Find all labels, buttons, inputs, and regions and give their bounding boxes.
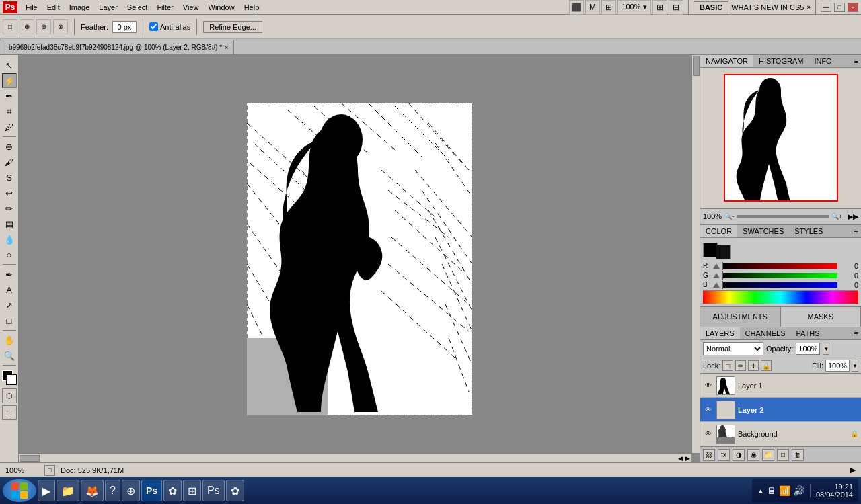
background-color-picker[interactable]	[716, 245, 731, 259]
tab-histogram[interactable]: HISTOGRAM	[753, 55, 809, 67]
status-zoom-icon[interactable]: □	[44, 465, 55, 476]
refine-edge-button[interactable]: Refine Edge...	[203, 21, 262, 33]
tab-masks[interactable]: MASKS	[781, 307, 862, 327]
anti-alias-checkbox[interactable]	[149, 22, 158, 31]
anti-alias-checkbox-group[interactable]: Anti-alias	[149, 22, 190, 31]
menu-layer[interactable]: Layer	[95, 2, 122, 13]
blue-triangle-icon[interactable]	[713, 282, 720, 288]
tab-channels[interactable]: CHANNELS	[740, 327, 791, 339]
zoom-out-icon[interactable]: 🔍-	[724, 213, 734, 220]
path-select-tool[interactable]: ↗	[2, 298, 17, 312]
menu-window[interactable]: Window	[204, 2, 239, 13]
lock-pixels-icon[interactable]: □	[722, 360, 733, 371]
menu-select[interactable]: Select	[123, 2, 152, 13]
arrange-documents[interactable]: ⊞	[601, 0, 616, 15]
lock-move-icon[interactable]: ✛	[748, 360, 759, 371]
status-arrow[interactable]: ▶	[850, 466, 856, 474]
red-triangle-icon[interactable]	[713, 263, 720, 269]
layer-item-2[interactable]: 👁 Layer 2	[700, 398, 861, 422]
move-tool[interactable]: ↖	[2, 58, 17, 73]
clone-stamp-tool[interactable]: S	[2, 170, 17, 185]
new-layer-button[interactable]: □	[777, 449, 789, 461]
lock-all-icon[interactable]: 🔒	[761, 360, 772, 371]
opacity-arrow[interactable]: ▼	[823, 343, 829, 355]
background-visibility[interactable]: 👁	[703, 429, 714, 439]
minimize-button[interactable]: —	[821, 3, 831, 12]
layer-style-button[interactable]: fx	[718, 449, 730, 461]
taskbar-app5[interactable]: ✿	[226, 480, 244, 501]
hand-tool[interactable]: ✋	[2, 333, 17, 347]
blur-tool[interactable]: 💧	[2, 232, 17, 247]
green-slider-thumb[interactable]	[722, 271, 723, 280]
menu-image[interactable]: Image	[65, 2, 94, 13]
lock-position-icon[interactable]: ✏	[735, 360, 746, 371]
zoom-tool[interactable]: 🔍	[2, 348, 17, 363]
blend-mode-select[interactable]: Normal	[703, 342, 763, 355]
zoom-in-icon[interactable]: 🔍+	[831, 213, 842, 220]
taskbar-unknown2[interactable]: ⊕	[122, 480, 140, 501]
tray-expand-icon[interactable]: ▲	[757, 487, 764, 495]
subtract-selection-icon[interactable]: ⊖	[36, 19, 51, 34]
vertical-scrollbar[interactable]	[691, 55, 700, 453]
tab-close-button[interactable]: ×	[225, 44, 228, 51]
close-button[interactable]: ×	[848, 3, 858, 12]
pen-tool[interactable]: ✒	[2, 267, 17, 282]
green-triangle-icon[interactable]	[713, 273, 720, 278]
tab-layers[interactable]: LAYERS	[700, 327, 740, 339]
taskbar-photoshop[interactable]: Ps	[141, 480, 162, 501]
document-tab[interactable]: b9969b2fefad38c78eb9f7b924908124.jpg @ 1…	[3, 40, 234, 54]
shape-tool[interactable]: □	[2, 313, 17, 328]
link-layers-button[interactable]: ⛓	[703, 449, 715, 461]
spot-healing-tool[interactable]: ⊕	[2, 139, 17, 154]
blue-slider-thumb[interactable]	[722, 281, 723, 289]
add-mask-button[interactable]: ◑	[733, 449, 745, 461]
zoom-slider[interactable]	[737, 215, 829, 218]
blue-slider[interactable]	[722, 282, 837, 288]
taskbar-app3[interactable]: ⊞	[183, 480, 201, 501]
scrollbar-thumb-v[interactable]	[693, 56, 700, 76]
tab-navigator[interactable]: NAVIGATOR	[700, 55, 753, 67]
layer-item-1[interactable]: 👁 Layer 1	[700, 374, 861, 398]
lasso-tool[interactable]: ⚡	[2, 73, 17, 88]
menu-view[interactable]: View	[179, 2, 203, 13]
tray-network-icon[interactable]: 📶	[779, 485, 790, 496]
menu-file[interactable]: File	[22, 2, 42, 13]
taskbar-firefox[interactable]: 🦊	[81, 480, 104, 501]
maximize-button[interactable]: □	[834, 3, 845, 12]
opacity-input[interactable]	[796, 343, 820, 355]
feather-input[interactable]	[112, 21, 137, 33]
expand-arrow[interactable]: »	[807, 3, 811, 11]
tab-color[interactable]: COLOR	[700, 225, 737, 237]
horizontal-scrollbar[interactable]: ◀ ▶	[19, 453, 691, 462]
gradient-tool[interactable]: ▤	[2, 216, 17, 231]
screen-mode-left[interactable]: □	[2, 405, 17, 420]
quick-mask-mode[interactable]: ⬡	[2, 388, 17, 403]
taskbar-media-player[interactable]: ▶	[38, 480, 55, 501]
tab-styles[interactable]: STYLES	[789, 225, 828, 237]
menu-filter[interactable]: Filter	[153, 2, 177, 13]
layer-2-visibility[interactable]: 👁	[703, 405, 714, 415]
scroll-left-icon[interactable]: ◀	[677, 455, 684, 462]
tab-paths[interactable]: PATHS	[791, 327, 825, 339]
text-tool[interactable]: A	[2, 282, 17, 297]
system-clock[interactable]: 19:21 08/04/2014	[816, 482, 853, 499]
brush-tool[interactable]: 🖌	[2, 155, 17, 169]
red-slider[interactable]	[722, 263, 837, 269]
new-selection-icon[interactable]: □	[3, 19, 17, 34]
crop-tool[interactable]: ⌗	[2, 104, 17, 119]
screen-mode-standard[interactable]: ⬛	[569, 0, 584, 15]
new-group-button[interactable]: 📁	[762, 449, 774, 461]
more-options[interactable]: ⊟	[669, 0, 683, 15]
add-selection-icon[interactable]: ⊕	[20, 19, 34, 34]
intersect-selection-icon[interactable]: ⊗	[53, 19, 68, 34]
color-spectrum-bar[interactable]	[703, 290, 858, 304]
dodge-tool[interactable]: ○	[2, 247, 17, 262]
taskbar-unknown-app[interactable]: ?	[105, 480, 120, 501]
background-color[interactable]	[6, 374, 17, 385]
delete-layer-button[interactable]: 🗑	[792, 449, 804, 461]
menu-edit[interactable]: Edit	[43, 2, 64, 13]
green-slider[interactable]	[722, 273, 837, 278]
whats-new-label[interactable]: WHAT'S NEW IN CS5	[731, 3, 804, 11]
workspace-button[interactable]: BASIC	[694, 1, 728, 13]
color-panel-menu[interactable]: ≡	[852, 225, 861, 237]
